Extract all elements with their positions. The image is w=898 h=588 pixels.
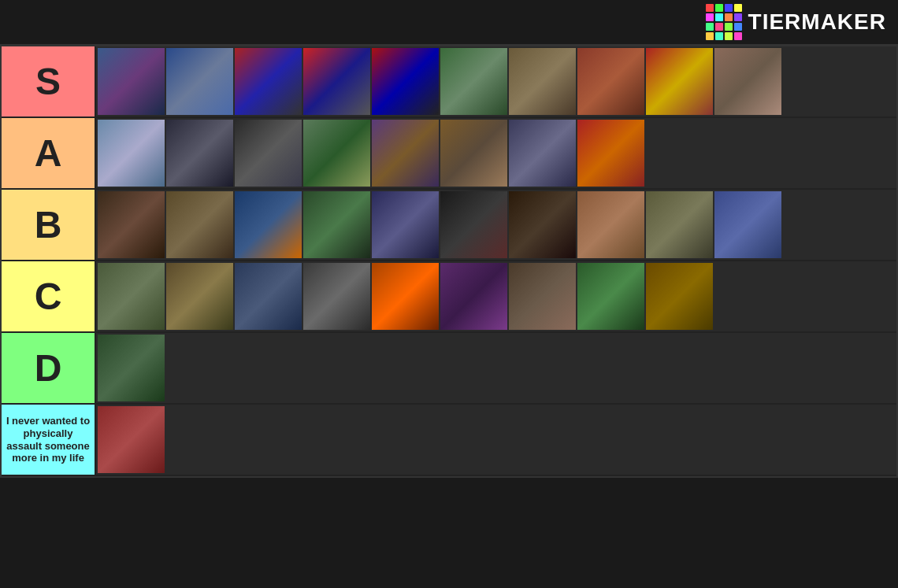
tier-label-b: B bbox=[2, 190, 96, 260]
character-mantis[interactable] bbox=[303, 120, 370, 187]
tier-row-d: D bbox=[2, 333, 896, 405]
logo-cell bbox=[725, 32, 733, 40]
tier-content-b bbox=[96, 190, 896, 260]
logo-cell bbox=[706, 32, 714, 40]
character-bucky[interactable] bbox=[235, 120, 302, 187]
logo-cell bbox=[725, 13, 733, 21]
character-warmachine[interactable] bbox=[303, 263, 370, 330]
character-antman[interactable] bbox=[714, 191, 781, 258]
tier-table: SABCDI never wanted to physically assaul… bbox=[0, 45, 898, 478]
character-blackwidow[interactable] bbox=[440, 191, 507, 258]
tier-content-custom bbox=[96, 405, 896, 475]
character-drax[interactable] bbox=[440, 48, 507, 115]
logo-cell bbox=[706, 4, 714, 12]
character-vision[interactable] bbox=[577, 120, 644, 187]
character-drstrange[interactable] bbox=[235, 191, 302, 258]
character-pepper2[interactable] bbox=[577, 191, 644, 258]
tier-label-a: A bbox=[2, 118, 96, 188]
tier-content-c bbox=[96, 261, 896, 331]
character-pepper[interactable] bbox=[714, 48, 781, 115]
character-rocket[interactable] bbox=[509, 48, 576, 115]
character-hawkeye[interactable] bbox=[440, 120, 507, 187]
tier-row-custom: I never wanted to physically assault som… bbox=[2, 405, 896, 476]
brand-header: TIERMAKER bbox=[0, 0, 898, 45]
tier-content-d bbox=[96, 333, 896, 403]
character-starlord[interactable] bbox=[577, 48, 644, 115]
character-spiderman-andrew[interactable] bbox=[235, 48, 302, 115]
logo-cell bbox=[734, 32, 742, 40]
tier-row-b: B bbox=[2, 190, 896, 261]
tier-content-s bbox=[96, 46, 896, 116]
character-florence[interactable] bbox=[98, 406, 165, 473]
character-nebula2[interactable] bbox=[440, 263, 507, 330]
character-strange2[interactable] bbox=[372, 263, 439, 330]
character-okoye[interactable] bbox=[98, 191, 165, 258]
character-talos[interactable] bbox=[98, 263, 165, 330]
tier-label-s: S bbox=[2, 46, 96, 116]
logo-cell bbox=[725, 4, 733, 12]
character-spiderman2[interactable] bbox=[372, 48, 439, 115]
logo-cell bbox=[706, 13, 714, 21]
character-nebula[interactable] bbox=[98, 48, 165, 115]
tiermaker-logo: TIERMAKER bbox=[706, 4, 886, 40]
logo-cell bbox=[715, 32, 723, 40]
character-black-panther[interactable] bbox=[166, 120, 233, 187]
logo-cell bbox=[706, 23, 714, 31]
character-falcon[interactable] bbox=[372, 191, 439, 258]
character-hope[interactable] bbox=[509, 120, 576, 187]
character-thor[interactable] bbox=[98, 120, 165, 187]
tier-row-c: C bbox=[2, 261, 896, 333]
character-mantis2[interactable] bbox=[98, 335, 165, 401]
logo-cell bbox=[725, 23, 733, 31]
logo-cell bbox=[734, 23, 742, 31]
logo-grid bbox=[706, 4, 742, 40]
character-hawkeye2[interactable] bbox=[646, 191, 713, 258]
tier-label-d: D bbox=[2, 333, 96, 403]
character-ancient[interactable] bbox=[166, 263, 233, 330]
character-hulk[interactable] bbox=[577, 263, 644, 330]
character-gamora[interactable] bbox=[372, 120, 439, 187]
character-spiderman-tom[interactable] bbox=[303, 48, 370, 115]
character-scarjo2[interactable] bbox=[509, 263, 576, 330]
character-groot[interactable] bbox=[166, 191, 233, 258]
character-wasp[interactable] bbox=[303, 191, 370, 258]
tier-label-c: C bbox=[2, 261, 96, 331]
logo-cell bbox=[715, 23, 723, 31]
tier-row-a: A bbox=[2, 118, 896, 190]
tier-content-a bbox=[96, 118, 896, 188]
tier-row-s: S bbox=[2, 46, 896, 118]
logo-cell bbox=[734, 13, 742, 21]
logo-cell bbox=[734, 4, 742, 12]
character-fury[interactable] bbox=[509, 191, 576, 258]
tier-label-custom: I never wanted to physically assault som… bbox=[2, 405, 96, 475]
character-ironman[interactable] bbox=[646, 48, 713, 115]
character-captainmarvel[interactable] bbox=[646, 263, 713, 330]
logo-cell bbox=[715, 4, 723, 12]
character-shuri[interactable] bbox=[235, 263, 302, 330]
tiermaker-text: TIERMAKER bbox=[748, 9, 886, 35]
logo-cell bbox=[715, 13, 723, 21]
character-cap[interactable] bbox=[166, 48, 233, 115]
